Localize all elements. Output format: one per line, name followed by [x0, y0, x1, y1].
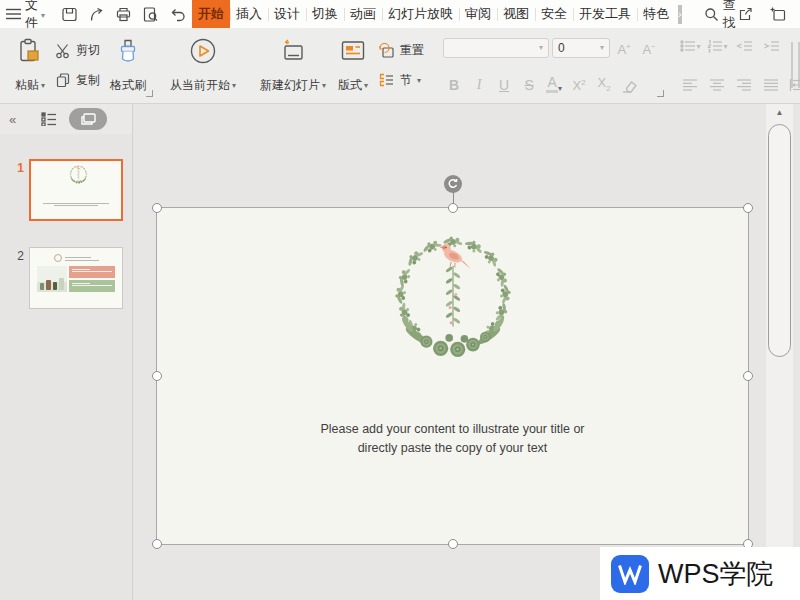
start-from-current-button[interactable]: 从当前开始▾	[165, 32, 241, 99]
font-color-button[interactable]: A ▾	[543, 72, 565, 95]
outline-view-button[interactable]	[41, 112, 57, 126]
tab-home[interactable]: 开始	[192, 0, 230, 28]
reset-button[interactable]: 重置	[375, 40, 427, 61]
slide-2-thumbnail[interactable]	[29, 247, 123, 309]
main-menu-button[interactable]	[6, 4, 21, 24]
file-menu-chevron-down-icon[interactable]: ▾	[41, 11, 45, 20]
tab-features[interactable]: 特色	[637, 0, 675, 28]
tab-view[interactable]: 视图	[497, 0, 535, 28]
undo-button[interactable]	[167, 4, 187, 24]
new-slide-button[interactable]: 新建幻灯片▾	[255, 32, 331, 99]
print-button[interactable]	[113, 4, 133, 24]
tab-developer[interactable]: 开发工具	[573, 0, 637, 28]
subscript-button[interactable]: X2	[593, 72, 615, 95]
slide-thumbnail-row: 2	[0, 247, 132, 309]
align-center-button[interactable]	[705, 75, 729, 95]
align-left-button[interactable]	[678, 75, 702, 95]
clear-format-button[interactable]	[618, 72, 640, 95]
share-button[interactable]	[736, 4, 756, 24]
increase-font-size-button[interactable]: A+	[613, 36, 635, 59]
align-left-icon	[682, 78, 698, 92]
increase-indent-button[interactable]	[759, 36, 783, 56]
collapse-panel-button[interactable]: «	[9, 112, 15, 127]
share-icon	[737, 6, 754, 23]
increase-indent-icon	[763, 39, 780, 53]
new-window-button[interactable]	[769, 4, 789, 24]
bullets-chevron-down-icon: ▾	[697, 42, 701, 51]
font-dialog-launcher[interactable]	[657, 90, 664, 97]
slide-editor[interactable]: Please add your content to illustrate yo…	[133, 104, 763, 600]
tab-slideshow[interactable]: 幻灯片放映	[382, 0, 459, 28]
copy-button[interactable]: 复制	[52, 70, 103, 91]
section-chevron-down-icon: ▾	[417, 76, 421, 85]
more-tabs-button[interactable]: ›	[678, 5, 682, 24]
tab-review[interactable]: 审阅	[459, 0, 497, 28]
paste-button[interactable]: 粘贴▾	[10, 32, 50, 99]
thumbnail-body	[30, 262, 122, 294]
tab-security[interactable]: 安全	[535, 0, 573, 28]
wps-academy-label: WPS学院	[658, 556, 774, 592]
resize-handle-top-center[interactable]	[448, 203, 458, 213]
paste-label: 粘贴	[15, 77, 39, 94]
tab-insert[interactable]: 插入	[230, 0, 268, 28]
scrollbar-thumb[interactable]	[768, 124, 791, 357]
font-color-icon: A	[546, 75, 558, 93]
thumbnail-text-bands	[69, 266, 115, 294]
ribbon-tabs: 开始 插入 设计 切换 动画 幻灯片放映 审阅 视图 安全 开发工具 特色	[192, 0, 675, 28]
clipboard-dialog-launcher[interactable]	[146, 90, 153, 97]
italic-button[interactable]: I	[468, 72, 490, 95]
font-size-select[interactable]: 0 ▾	[552, 38, 610, 58]
slides-view-button[interactable]	[69, 108, 107, 130]
cut-label: 剪切	[76, 42, 100, 59]
chevron-right-icon: ›	[678, 8, 682, 20]
scroll-up-button[interactable]: ▲	[766, 109, 793, 117]
tab-transitions[interactable]: 切换	[306, 0, 344, 28]
align-right-icon	[736, 78, 752, 92]
underline-button[interactable]: U	[493, 72, 515, 95]
resize-handle-bottom-center[interactable]	[448, 539, 458, 549]
wreath-bird-graphic[interactable]	[157, 220, 748, 376]
bold-button[interactable]: B	[443, 72, 465, 95]
decrease-font-icon: A−	[642, 42, 655, 57]
ribbon-toolbar: 粘贴▾ 剪切 复制 格式刷 从当前开始▾	[0, 28, 800, 104]
tab-animations[interactable]: 动画	[344, 0, 382, 28]
justify-button[interactable]	[759, 75, 783, 95]
slide-thumbnail-row: 1	[0, 159, 132, 221]
slide-canvas[interactable]: Please add your content to illustrate yo…	[156, 207, 749, 545]
align-right-button[interactable]	[732, 75, 756, 95]
rotation-handle[interactable]	[444, 175, 462, 193]
font-group: ▾ 0 ▾ A+ A− B I U S A ▾ X2 X2	[437, 31, 666, 100]
tab-design[interactable]: 设计	[268, 0, 306, 28]
italic-icon: I	[477, 77, 482, 93]
bullets-button[interactable]: ▾	[678, 36, 702, 56]
new-slide-icon	[279, 36, 307, 66]
decrease-font-size-button[interactable]: A−	[638, 36, 660, 59]
superscript-button[interactable]: X2	[568, 72, 590, 95]
resize-handle-middle-right[interactable]	[743, 371, 753, 381]
cut-button[interactable]: 剪切	[52, 40, 103, 61]
vertical-scrollbar: ▲	[763, 104, 800, 600]
resize-handle-top-left[interactable]	[152, 203, 162, 213]
export-button[interactable]	[86, 4, 106, 24]
decrease-indent-button[interactable]	[732, 36, 756, 56]
undo-icon	[169, 6, 186, 23]
slides-group: 新建幻灯片▾ 版式▾ 重置 节 ▾	[251, 31, 431, 100]
resize-handle-top-right[interactable]	[743, 203, 753, 213]
strikethrough-button[interactable]: S	[518, 72, 540, 95]
print-preview-button[interactable]	[140, 4, 160, 24]
align-center-icon	[709, 78, 725, 92]
resize-handle-middle-left[interactable]	[152, 371, 162, 381]
resize-handle-bottom-left[interactable]	[152, 539, 162, 549]
wps-logo-icon	[611, 555, 649, 593]
text-direction-button[interactable]	[788, 36, 800, 94]
numbering-button[interactable]: ▾	[705, 36, 729, 56]
slide-1-thumbnail[interactable]	[29, 159, 123, 221]
section-button[interactable]: 节 ▾	[375, 70, 427, 91]
format-painter-button[interactable]: 格式刷	[105, 32, 151, 99]
format-painter-icon	[115, 36, 141, 66]
slide-body-text[interactable]: Please add your content to illustrate yo…	[157, 420, 748, 459]
font-family-select[interactable]: ▾	[443, 38, 549, 58]
layout-button[interactable]: 版式▾	[333, 32, 373, 99]
font-color-chevron-down-icon: ▾	[558, 84, 562, 93]
save-button[interactable]	[59, 4, 79, 24]
